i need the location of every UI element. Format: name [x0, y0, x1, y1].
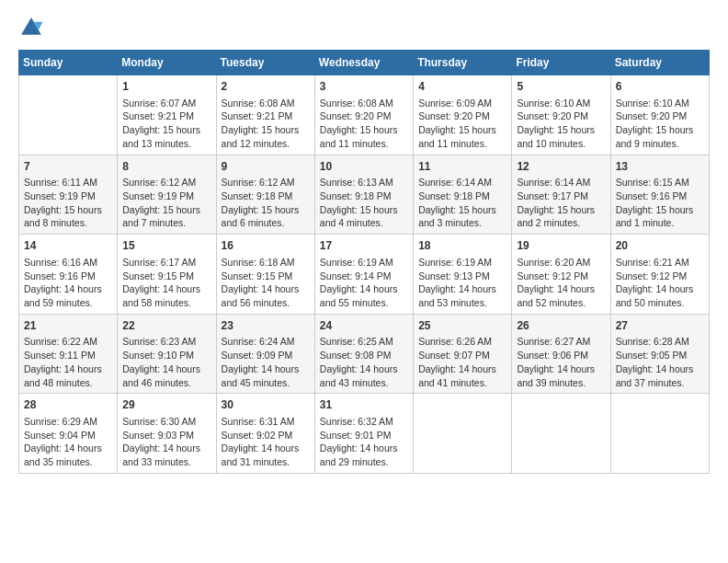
calendar-cell: 31Sunrise: 6:32 AM Sunset: 9:01 PM Dayli…	[314, 394, 413, 474]
day-number: 7	[24, 159, 112, 175]
cell-content: Sunrise: 6:19 AM Sunset: 9:13 PM Dayligh…	[418, 256, 506, 310]
calendar-week-row: 14Sunrise: 6:16 AM Sunset: 9:16 PM Dayli…	[19, 235, 710, 315]
cell-content: Sunrise: 6:18 AM Sunset: 9:15 PM Dayligh…	[222, 256, 310, 310]
cell-content: Sunrise: 6:30 AM Sunset: 9:03 PM Dayligh…	[122, 415, 210, 469]
cell-content: Sunrise: 6:31 AM Sunset: 9:02 PM Dayligh…	[222, 415, 310, 469]
header-row: SundayMondayTuesdayWednesdayThursdayFrid…	[19, 51, 710, 75]
calendar-week-row: 21Sunrise: 6:22 AM Sunset: 9:11 PM Dayli…	[19, 314, 710, 394]
cell-content: Sunrise: 6:29 AM Sunset: 9:04 PM Dayligh…	[24, 415, 112, 469]
cell-content: Sunrise: 6:21 AM Sunset: 9:12 PM Dayligh…	[616, 256, 704, 310]
cell-content: Sunrise: 6:12 AM Sunset: 9:19 PM Dayligh…	[122, 176, 210, 230]
weekday-header: Wednesday	[314, 51, 413, 75]
calendar-cell: 10Sunrise: 6:13 AM Sunset: 9:18 PM Dayli…	[314, 155, 413, 235]
day-number: 19	[517, 238, 605, 254]
day-number: 22	[122, 318, 210, 334]
cell-content: Sunrise: 6:14 AM Sunset: 9:17 PM Dayligh…	[517, 176, 605, 230]
day-number: 2	[222, 79, 310, 95]
day-number: 14	[24, 238, 112, 254]
calendar-cell: 7Sunrise: 6:11 AM Sunset: 9:19 PM Daylig…	[19, 155, 118, 235]
cell-content: Sunrise: 6:24 AM Sunset: 9:09 PM Dayligh…	[222, 335, 310, 389]
cell-content: Sunrise: 6:26 AM Sunset: 9:07 PM Dayligh…	[418, 335, 506, 389]
cell-content: Sunrise: 6:27 AM Sunset: 9:06 PM Dayligh…	[517, 335, 605, 389]
cell-content: Sunrise: 6:07 AM Sunset: 9:21 PM Dayligh…	[122, 97, 210, 151]
cell-content: Sunrise: 6:19 AM Sunset: 9:14 PM Dayligh…	[320, 256, 408, 310]
calendar-cell: 11Sunrise: 6:14 AM Sunset: 9:18 PM Dayli…	[414, 155, 512, 235]
header	[18, 15, 710, 40]
day-number: 20	[616, 238, 704, 254]
calendar-cell: 22Sunrise: 6:23 AM Sunset: 9:10 PM Dayli…	[118, 314, 216, 394]
cell-content: Sunrise: 6:10 AM Sunset: 9:20 PM Dayligh…	[517, 97, 605, 151]
cell-content: Sunrise: 6:08 AM Sunset: 9:21 PM Dayligh…	[222, 97, 310, 151]
logo-icon	[18, 15, 44, 40]
day-number: 8	[122, 159, 210, 175]
cell-content: Sunrise: 6:32 AM Sunset: 9:01 PM Dayligh…	[320, 415, 408, 469]
day-number: 28	[24, 397, 112, 413]
cell-content: Sunrise: 6:23 AM Sunset: 9:10 PM Dayligh…	[122, 335, 210, 389]
calendar-cell: 15Sunrise: 6:17 AM Sunset: 9:15 PM Dayli…	[118, 235, 216, 315]
weekday-header: Saturday	[610, 51, 709, 75]
calendar-cell: 13Sunrise: 6:15 AM Sunset: 9:16 PM Dayli…	[610, 155, 709, 235]
calendar-header: SundayMondayTuesdayWednesdayThursdayFrid…	[19, 51, 710, 75]
day-number: 1	[122, 79, 210, 95]
calendar-cell: 3Sunrise: 6:08 AM Sunset: 9:20 PM Daylig…	[314, 75, 413, 155]
day-number: 3	[320, 79, 408, 95]
day-number: 11	[418, 159, 506, 175]
day-number: 27	[616, 318, 704, 334]
logo	[18, 15, 48, 40]
calendar-cell: 12Sunrise: 6:14 AM Sunset: 9:17 PM Dayli…	[512, 155, 610, 235]
cell-content: Sunrise: 6:17 AM Sunset: 9:15 PM Dayligh…	[122, 256, 210, 310]
cell-content: Sunrise: 6:08 AM Sunset: 9:20 PM Dayligh…	[320, 97, 408, 151]
calendar-cell: 26Sunrise: 6:27 AM Sunset: 9:06 PM Dayli…	[512, 314, 610, 394]
calendar-cell: 25Sunrise: 6:26 AM Sunset: 9:07 PM Dayli…	[414, 314, 512, 394]
calendar-cell: 14Sunrise: 6:16 AM Sunset: 9:16 PM Dayli…	[19, 235, 118, 315]
calendar-cell: 30Sunrise: 6:31 AM Sunset: 9:02 PM Dayli…	[216, 394, 314, 474]
day-number: 6	[616, 79, 704, 95]
day-number: 16	[222, 238, 310, 254]
day-number: 31	[320, 397, 408, 413]
day-number: 9	[222, 159, 310, 175]
day-number: 29	[122, 397, 210, 413]
calendar-week-row: 28Sunrise: 6:29 AM Sunset: 9:04 PM Dayli…	[19, 394, 710, 474]
calendar-cell: 29Sunrise: 6:30 AM Sunset: 9:03 PM Dayli…	[118, 394, 216, 474]
day-number: 18	[418, 238, 506, 254]
day-number: 24	[320, 318, 408, 334]
weekday-header: Thursday	[414, 51, 512, 75]
calendar-cell	[414, 394, 512, 474]
day-number: 4	[418, 79, 506, 95]
calendar-body: 1Sunrise: 6:07 AM Sunset: 9:21 PM Daylig…	[19, 75, 710, 474]
calendar-cell: 1Sunrise: 6:07 AM Sunset: 9:21 PM Daylig…	[118, 75, 216, 155]
day-number: 30	[222, 397, 310, 413]
calendar-cell	[512, 394, 610, 474]
calendar-cell: 21Sunrise: 6:22 AM Sunset: 9:11 PM Dayli…	[19, 314, 118, 394]
cell-content: Sunrise: 6:20 AM Sunset: 9:12 PM Dayligh…	[517, 256, 605, 310]
calendar-cell: 28Sunrise: 6:29 AM Sunset: 9:04 PM Dayli…	[19, 394, 118, 474]
cell-content: Sunrise: 6:25 AM Sunset: 9:08 PM Dayligh…	[320, 335, 408, 389]
calendar-table: SundayMondayTuesdayWednesdayThursdayFrid…	[18, 50, 710, 474]
calendar-cell: 9Sunrise: 6:12 AM Sunset: 9:18 PM Daylig…	[216, 155, 314, 235]
calendar-cell: 6Sunrise: 6:10 AM Sunset: 9:20 PM Daylig…	[610, 75, 709, 155]
cell-content: Sunrise: 6:14 AM Sunset: 9:18 PM Dayligh…	[418, 176, 506, 230]
calendar-cell: 18Sunrise: 6:19 AM Sunset: 9:13 PM Dayli…	[414, 235, 512, 315]
calendar-week-row: 1Sunrise: 6:07 AM Sunset: 9:21 PM Daylig…	[19, 75, 710, 155]
cell-content: Sunrise: 6:11 AM Sunset: 9:19 PM Dayligh…	[24, 176, 112, 230]
calendar-cell: 16Sunrise: 6:18 AM Sunset: 9:15 PM Dayli…	[216, 235, 314, 315]
day-number: 25	[418, 318, 506, 334]
day-number: 17	[320, 238, 408, 254]
calendar-cell: 27Sunrise: 6:28 AM Sunset: 9:05 PM Dayli…	[610, 314, 709, 394]
weekday-header: Tuesday	[216, 51, 314, 75]
calendar-cell: 20Sunrise: 6:21 AM Sunset: 9:12 PM Dayli…	[610, 235, 709, 315]
cell-content: Sunrise: 6:22 AM Sunset: 9:11 PM Dayligh…	[24, 335, 112, 389]
calendar-cell: 8Sunrise: 6:12 AM Sunset: 9:19 PM Daylig…	[118, 155, 216, 235]
calendar-cell: 17Sunrise: 6:19 AM Sunset: 9:14 PM Dayli…	[314, 235, 413, 315]
calendar-cell: 5Sunrise: 6:10 AM Sunset: 9:20 PM Daylig…	[512, 75, 610, 155]
day-number: 15	[122, 238, 210, 254]
cell-content: Sunrise: 6:28 AM Sunset: 9:05 PM Dayligh…	[616, 335, 704, 389]
calendar-week-row: 7Sunrise: 6:11 AM Sunset: 9:19 PM Daylig…	[19, 155, 710, 235]
calendar-cell	[19, 75, 118, 155]
calendar-cell: 2Sunrise: 6:08 AM Sunset: 9:21 PM Daylig…	[216, 75, 314, 155]
calendar-cell: 4Sunrise: 6:09 AM Sunset: 9:20 PM Daylig…	[414, 75, 512, 155]
calendar-cell	[610, 394, 709, 474]
day-number: 10	[320, 159, 408, 175]
day-number: 21	[24, 318, 112, 334]
cell-content: Sunrise: 6:09 AM Sunset: 9:20 PM Dayligh…	[418, 97, 506, 151]
